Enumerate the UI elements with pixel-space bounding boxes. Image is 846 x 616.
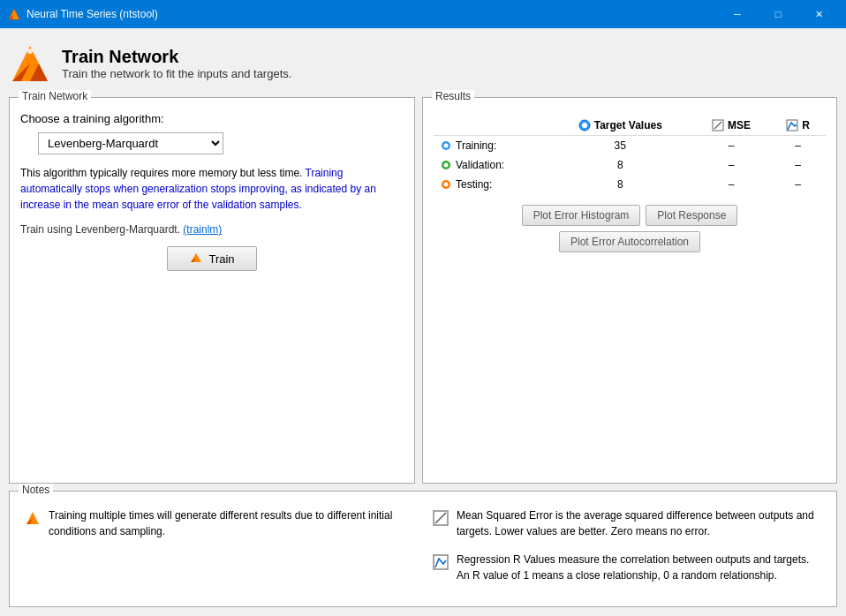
row-label-training: Training: (434, 136, 548, 156)
svg-point-9 (582, 123, 587, 128)
titlebar-controls: ─ □ ✕ (717, 0, 839, 28)
train-icon (189, 252, 203, 266)
titlebar: Neural Time Series (ntstool) ─ □ ✕ (0, 0, 846, 28)
table-row: Validation: 8 – – (434, 155, 826, 175)
maximize-button[interactable]: □ (758, 0, 798, 28)
train-link-row: Train using Levenberg-Marquardt. (trainl… (20, 223, 404, 236)
header-icon (9, 42, 51, 85)
col-header-label (434, 116, 548, 136)
page-subtitle: Train the network to fit the inputs and … (62, 67, 291, 80)
testing-dot-icon (441, 179, 451, 190)
close-button[interactable]: ✕ (798, 0, 839, 28)
header: Train Network Train the network to fit t… (9, 37, 837, 90)
results-panel-title: Results (432, 90, 474, 102)
main-content: Train Network Train the network to fit t… (0, 28, 846, 616)
train-button-row: Train (20, 246, 404, 271)
validation-r: – (770, 155, 826, 175)
results-panel: Results Target Values (422, 97, 837, 484)
results-btn-row-1: Plot Error Histogram Plot Response (522, 205, 738, 226)
plot-error-autocorrelation-button[interactable]: Plot Error Autocorrelation (559, 231, 700, 252)
note-text-3: Regression R Values measure the correlat… (457, 552, 822, 583)
note-icon-2 (432, 509, 449, 527)
svg-point-5 (27, 49, 33, 54)
svg-point-18 (444, 183, 449, 187)
choose-algorithm-label: Choose a training algorithm: (20, 112, 404, 125)
page-title: Train Network (62, 47, 291, 67)
col-header-r: R (770, 116, 826, 136)
trainlm-link[interactable]: (trainlm) (183, 223, 222, 236)
notes-right: Mean Squared Error is the average square… (432, 507, 822, 596)
train-button[interactable]: Train (167, 246, 256, 271)
note-icon-3 (432, 553, 449, 571)
validation-dot-icon (441, 160, 451, 170)
train-panel-title: Train Network (19, 90, 91, 102)
row-label-testing: Testing: (434, 175, 548, 194)
train-using-label: Train using Levenberg-Marquardt. (20, 223, 180, 236)
notes-content: Training multiple times will generate di… (24, 507, 822, 596)
validation-mse: – (692, 155, 770, 175)
testing-r: – (770, 175, 826, 194)
notes-panel-title: Notes (19, 484, 53, 496)
algorithm-dropdown[interactable]: Levenberg-Marquardt Bayesian Regularizat… (38, 132, 223, 154)
col-header-target: Target Values (548, 116, 692, 136)
svg-point-14 (444, 144, 449, 148)
middle-section: Train Network Choose a training algorith… (9, 97, 837, 484)
notes-left: Training multiple times will generate di… (24, 507, 414, 596)
testing-mse: – (692, 175, 770, 194)
target-icon (578, 119, 591, 131)
svg-point-16 (444, 163, 449, 168)
training-dot-icon (441, 140, 451, 151)
testing-target: 8 (548, 175, 692, 194)
training-target: 35 (548, 136, 692, 156)
algorithm-select-row: Levenberg-Marquardt Bayesian Regularizat… (20, 132, 404, 154)
note-item-1: Training multiple times will generate di… (24, 507, 414, 539)
row-label-validation: Validation: (434, 155, 548, 175)
plot-response-button[interactable]: Plot Response (646, 205, 737, 226)
app-icon (7, 7, 21, 21)
note-icon-1 (24, 509, 42, 527)
results-btn-row-2: Plot Error Autocorrelation (559, 231, 700, 252)
note-item-3: Regression R Values measure the correlat… (432, 552, 822, 583)
col-header-mse: MSE (692, 116, 770, 136)
notes-panel: Notes Training multiple times will gener… (9, 491, 837, 607)
results-buttons: Plot Error Histogram Plot Response Plot … (434, 205, 826, 252)
description-part1: This algorithm typically requires more m… (20, 167, 302, 179)
note-text-2: Mean Squared Error is the average square… (457, 507, 822, 539)
note-item-2: Mean Squared Error is the average square… (432, 507, 822, 539)
validation-target: 8 (548, 155, 692, 175)
note-text-1: Training multiple times will generate di… (49, 507, 414, 539)
training-r: – (770, 136, 826, 156)
training-mse: – (692, 136, 770, 156)
header-text: Train Network Train the network to fit t… (62, 47, 291, 80)
train-network-panel: Train Network Choose a training algorith… (9, 97, 415, 484)
table-row: Testing: 8 – – (434, 175, 826, 194)
algorithm-description: This algorithm typically requires more m… (20, 165, 404, 213)
titlebar-title: Neural Time Series (ntstool) (26, 8, 717, 20)
results-table: Target Values MSE (434, 116, 826, 194)
r-icon (786, 119, 798, 131)
mse-icon (712, 119, 724, 131)
plot-error-histogram-button[interactable]: Plot Error Histogram (522, 205, 641, 226)
minimize-button[interactable]: ─ (717, 0, 758, 28)
table-row: Training: 35 – – (434, 136, 826, 156)
